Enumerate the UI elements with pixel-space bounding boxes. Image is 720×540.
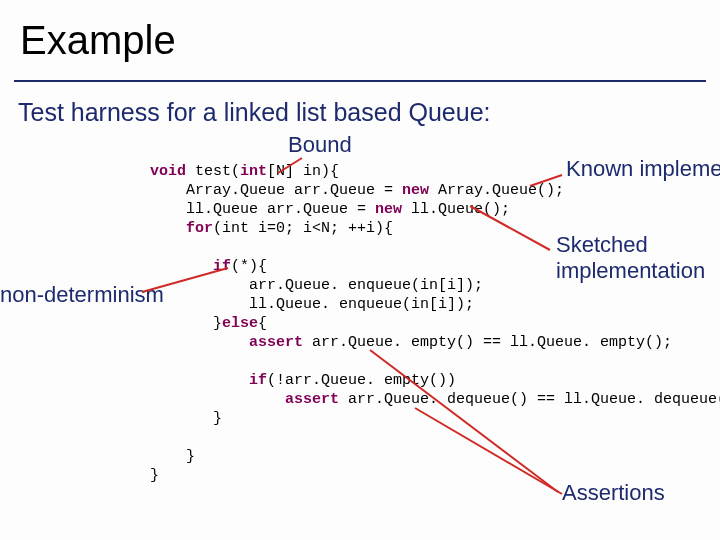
code-l4b: (int i=0; i<N; ++i){ [213, 220, 393, 237]
code-l13a [150, 391, 285, 408]
code-l12a [150, 372, 249, 389]
kw-new1: new [402, 182, 429, 199]
code-l6a [150, 258, 213, 275]
kw-if: if [213, 258, 231, 275]
code-l6b: (*){ [231, 258, 267, 275]
code-l10b: arr.Queue. empty() == ll.Queue. empty(); [303, 334, 672, 351]
title-rule [14, 80, 706, 82]
code-block: void test(int[N] in){ Array.Queue arr.Qu… [150, 162, 720, 485]
code-l3a: ll.Queue arr.Queue = [150, 201, 375, 218]
code-l2a: Array.Queue arr.Queue = [150, 182, 402, 199]
code-sig-b: [N] in){ [267, 163, 339, 180]
slide-title: Example [20, 18, 176, 63]
code-l2b: Array.Queue(); [429, 182, 564, 199]
kw-void: void [150, 163, 186, 180]
kw-else: else [222, 315, 258, 332]
code-l12b: (!arr.Queue. empty()) [267, 372, 456, 389]
kw-assert2: assert [285, 391, 339, 408]
kw-int: int [240, 163, 267, 180]
code-l8: ll.Queue. enqueue(in[i]); [150, 296, 474, 313]
kw-new2: new [375, 201, 402, 218]
label-bound: Bound [288, 132, 352, 158]
slide-root: Example Test harness for a linked list b… [0, 0, 720, 540]
kw-if2: if [249, 372, 267, 389]
code-l4a [150, 220, 186, 237]
kw-for: for [186, 220, 213, 237]
code-l7: arr.Queue. enqueue(in[i]); [150, 277, 483, 294]
label-nondeterminism: non-determinism [0, 282, 164, 308]
code-l17: } [150, 467, 159, 484]
code-sig-a: test( [186, 163, 240, 180]
code-l9b: { [258, 315, 267, 332]
code-l3b: ll.Queue(); [402, 201, 510, 218]
code-l13b: arr.Queue. dequeue() == ll.Queue. dequeu… [339, 391, 720, 408]
code-l9a: } [150, 315, 222, 332]
slide-subtitle: Test harness for a linked list based Que… [18, 98, 491, 127]
code-l16: } [150, 448, 195, 465]
code-l10a [150, 334, 249, 351]
kw-assert1: assert [249, 334, 303, 351]
code-l14: } [150, 410, 222, 427]
